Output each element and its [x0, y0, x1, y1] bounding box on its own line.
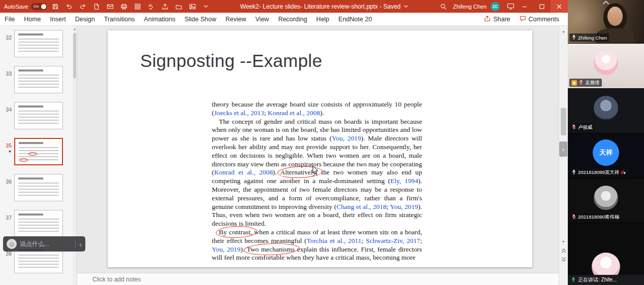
citation-link[interactable]: You, 2019: [390, 203, 418, 210]
chat-input-placeholder[interactable]: 说点什么...: [20, 240, 72, 248]
slide-thumbnail-37[interactable]: [14, 210, 63, 237]
screen: AutoSave On ab Week2- Lecture sl: [0, 0, 644, 285]
account-name[interactable]: Zhifeng Chen: [453, 4, 487, 10]
menu-view[interactable]: View: [251, 13, 274, 25]
animation-star-icon: ★: [0, 149, 12, 154]
menu-help[interactable]: Help: [312, 13, 334, 25]
autosave-label: AutoSave: [4, 4, 28, 10]
citation-link[interactable]: You, 2019: [212, 245, 240, 253]
participant-tile[interactable]: Zhifeng Chen: [568, 0, 644, 43]
participant-name-label: 2021818090蒋伟楠: [569, 213, 621, 221]
chat-input-overlay[interactable]: ☺ 说点什么... ‹: [3, 236, 85, 252]
folder-icon[interactable]: [173, 0, 184, 13]
slide-thumbnail-36[interactable]: [14, 174, 63, 201]
slide-title[interactable]: Signposting --Example: [140, 51, 322, 71]
slide-body-textbox[interactable]: theory because the average board size co…: [212, 100, 422, 262]
participant-name-label: 2021818089英天祥: [569, 168, 628, 176]
slide-number: 36: [0, 170, 14, 206]
previous-slide-button[interactable]: [559, 246, 568, 255]
role-badge-icon: [571, 80, 577, 86]
document-title-text: Week2- Lecture slides- Literature review…: [240, 3, 401, 10]
citation-link[interactable]: You, 2019: [332, 134, 361, 142]
upload-icon[interactable]: [159, 0, 171, 13]
new-file-icon[interactable]: [91, 0, 102, 13]
panel-scroll-up-icon[interactable]: [568, 1, 644, 5]
participant-tile[interactable]: 2021818090蒋伟楠: [568, 179, 644, 223]
muted-mic-icon: [571, 213, 576, 221]
participant-avatar: [594, 186, 618, 210]
citation-link[interactable]: Chang et al., 2018: [336, 203, 386, 210]
active-speaker-bar: 正在讲话: Zhife...: [568, 275, 644, 285]
save-icon[interactable]: [50, 0, 61, 13]
undo-icon[interactable]: [63, 0, 75, 13]
emoji-icon[interactable]: ☺: [7, 239, 17, 249]
picture-icon[interactable]: [187, 0, 198, 13]
menu-insert[interactable]: Insert: [46, 13, 71, 25]
slide-thumbnail-33[interactable]: [14, 66, 63, 93]
scrollbar-thumb[interactable]: [73, 33, 76, 79]
citation-link[interactable]: Konrad et al., 2008: [214, 168, 273, 176]
quick-print-icon[interactable]: [118, 0, 130, 13]
slide-35[interactable]: Signposting --Example theory because the…: [108, 30, 532, 267]
citation-link[interactable]: Torchia et al., 2011: [307, 237, 362, 244]
minimize-button[interactable]: [516, 0, 533, 13]
participant-tile[interactable]: 吴雅倩: [568, 44, 644, 88]
citation-link[interactable]: Konrad et al., 2008: [268, 109, 320, 117]
citation-link[interactable]: Joecks et al., 2013: [214, 109, 264, 117]
participant-name: 卢侯威: [578, 124, 593, 131]
scroll-up-icon[interactable]: ▲: [73, 26, 77, 31]
participant-name-label: 卢侯威: [569, 123, 595, 131]
spelling-icon[interactable]: ab: [146, 0, 157, 13]
share-button[interactable]: Share: [479, 14, 514, 24]
redo-icon[interactable]: [77, 0, 88, 13]
participant-name: 吴雅倩: [585, 80, 600, 86]
participant-name: Zhifeng Chen: [578, 35, 607, 41]
citation-link[interactable]: Ely, 1994: [391, 177, 418, 185]
annotated-phrase: Two mechanisms: [247, 245, 295, 253]
notes-placeholder: Click to add notes: [92, 276, 141, 283]
meeting-video-panel: Zhifeng Chen 吴雅倩 卢侯威 天祥 202181: [568, 0, 644, 285]
next-slide-button[interactable]: [559, 256, 568, 264]
slide-number: 32: [0, 26, 14, 62]
expand-panel-button[interactable]: ›: [559, 141, 567, 157]
citation-link[interactable]: Schwartz-Ziv, 2017: [366, 237, 420, 244]
comments-button[interactable]: Comments: [515, 14, 564, 24]
menu-review[interactable]: Review: [221, 13, 251, 25]
muted-mic-icon: [571, 124, 576, 131]
collapse-chat-icon[interactable]: ‹: [75, 240, 82, 248]
share-label: Share: [493, 16, 510, 23]
document-title[interactable]: Week2- Lecture slides- Literature review…: [212, 0, 438, 13]
menu-endnote[interactable]: EndNote 20: [334, 13, 376, 25]
close-button[interactable]: [551, 0, 568, 13]
menu-design[interactable]: Design: [71, 13, 100, 25]
menu-file[interactable]: File: [0, 13, 19, 25]
menu-animations[interactable]: Animations: [139, 13, 180, 25]
participant-tile[interactable]: 卢侯威: [568, 89, 644, 133]
autosave-toggle[interactable]: On: [31, 3, 47, 10]
participant-tile[interactable]: 天祥 2021818089英天祥: [568, 133, 644, 178]
title-bar: AutoSave On ab Week2- Lecture sl: [0, 0, 568, 13]
qat-more-icon[interactable]: [201, 0, 212, 13]
menu-transitions[interactable]: Transitions: [100, 13, 140, 25]
maximize-button[interactable]: [533, 0, 551, 13]
titlebar-right-controls: Zhifeng Chen ZC: [438, 0, 568, 13]
participant-avatar: [594, 96, 618, 120]
menu-recording[interactable]: Recording: [274, 13, 312, 25]
email-icon[interactable]: [105, 0, 116, 13]
account-avatar[interactable]: ZC: [491, 2, 500, 11]
scrollbar-thumb[interactable]: [561, 108, 566, 135]
quick-access-toolbar: AutoSave On ab: [0, 0, 212, 13]
slide-thumbnail-34[interactable]: [14, 102, 63, 129]
search-icon[interactable]: [438, 0, 449, 13]
notes-pane[interactable]: Click to add notes: [77, 273, 559, 285]
scroll-down-icon[interactable]: ▼: [559, 237, 568, 245]
scroll-up-icon[interactable]: ▲: [559, 27, 568, 35]
presenter-display-icon[interactable]: [505, 0, 516, 13]
grid-icon[interactable]: [132, 0, 143, 13]
slide-thumbnail-35[interactable]: [14, 138, 63, 165]
toggle-knob-icon: [41, 4, 46, 9]
slide-thumbnail-32[interactable]: [14, 30, 63, 57]
menu-slide-show[interactable]: Slide Show: [180, 13, 221, 25]
menu-home[interactable]: Home: [19, 13, 45, 25]
title-dropdown-icon: [403, 0, 409, 13]
